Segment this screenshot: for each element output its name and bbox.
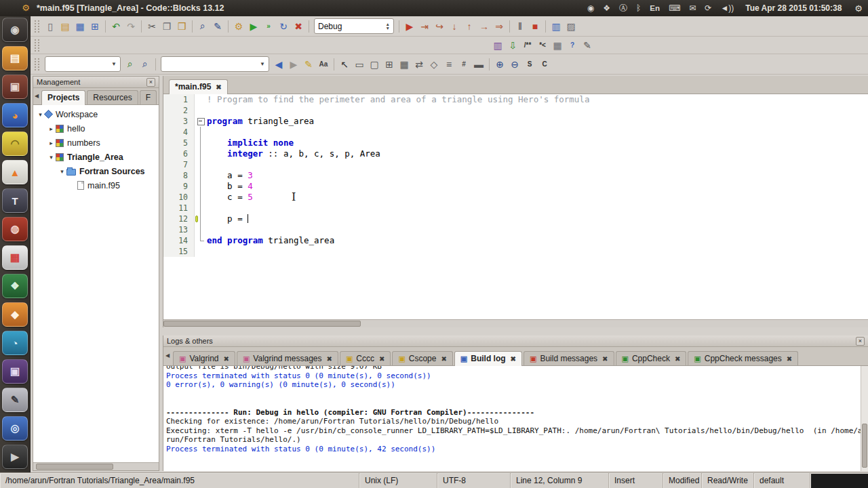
combo-spin-icon[interactable]: ▲▼ (386, 22, 390, 30)
find-icon[interactable]: ⌕ (195, 19, 210, 34)
code-line[interactable]: 7 (163, 159, 868, 170)
launcher-files-icon[interactable]: ▤ (2, 46, 28, 70)
editor-tab-main-f95[interactable]: *main.f95 ✖ (169, 79, 228, 94)
tab-close-icon[interactable]: ✖ (787, 355, 792, 363)
combo-dropdown-icon[interactable]: ▼ (111, 61, 117, 67)
code-text[interactable]: c = 5 (207, 192, 868, 203)
tree-expander-icon[interactable]: ▾ (47, 154, 56, 161)
open-file-icon[interactable]: ▤ (58, 19, 73, 34)
toolbar-grip[interactable] (35, 58, 39, 70)
doxyblocks-help-icon[interactable]: ? (565, 38, 580, 53)
sync-icon[interactable]: ⟳ (705, 3, 711, 13)
screenshot-icon[interactable]: ◉ (587, 3, 594, 13)
launcher-app-icon-9[interactable]: ▦ (2, 245, 28, 270)
code-line[interactable]: 2 (163, 105, 868, 116)
search-prev-icon[interactable]: ◀ (271, 57, 286, 72)
launcher-app-icon-3[interactable]: ▣ (2, 75, 28, 99)
next-instruction-icon[interactable]: → (477, 19, 492, 34)
logs-close-button[interactable]: × (856, 337, 865, 346)
redo-icon[interactable]: ↷ (123, 19, 138, 34)
tab-close-icon[interactable]: ✖ (675, 355, 680, 363)
shape-rounded-tool-icon[interactable]: ▢ (367, 57, 382, 72)
logs-tab-build-messages[interactable]: ▣Build messages✖ (524, 351, 614, 365)
tree-expander-icon[interactable]: ▸ (47, 140, 56, 146)
code-line[interactable]: 10 c = 5 (163, 192, 868, 203)
code-text[interactable]: end program triangle_area (207, 235, 868, 246)
shape-hash-tool-icon[interactable]: # (456, 57, 471, 72)
abort-build-icon[interactable]: ✖ (291, 19, 306, 34)
launcher-vlc-icon[interactable]: ▲ (2, 160, 28, 184)
toolbar-grip[interactable] (35, 39, 39, 52)
code-line[interactable]: 4 (163, 127, 868, 138)
doxyblocks-extract-icon[interactable]: ⇩ (505, 38, 520, 53)
doxyblocks-block-comment-icon[interactable]: /** (520, 38, 535, 53)
tab-scroll-left-icon[interactable]: ◀ (35, 93, 39, 99)
session-gear-icon[interactable]: ⚙ (854, 3, 863, 14)
goto-declaration-icon[interactable]: ⌕ (123, 57, 138, 72)
code-line[interactable]: 12 p = (163, 214, 868, 224)
tab-close-icon[interactable]: ✖ (224, 355, 229, 363)
shape-arrows-tool-icon[interactable]: ⇄ (412, 57, 427, 72)
doxyblocks-table-icon[interactable]: ▦ (550, 38, 565, 53)
new-file-icon[interactable]: ▯ (43, 19, 58, 34)
combo-dropdown-icon[interactable]: ▼ (260, 61, 265, 67)
tab-close-icon[interactable]: ✖ (379, 355, 384, 363)
code-line[interactable]: 1! Program to find the perimeter and are… (163, 94, 868, 105)
launcher-firefox-icon[interactable]: ◕ (2, 103, 28, 127)
code-line[interactable]: 15 (163, 246, 868, 257)
tab-close-icon[interactable]: ✖ (511, 355, 516, 363)
code-text[interactable]: b = 4 (207, 181, 868, 192)
launcher-app-icon-5[interactable]: ◠ (2, 131, 28, 156)
tab-close-icon[interactable]: ✖ (327, 355, 332, 363)
tree-item-main-f95[interactable]: main.f95 (33, 178, 159, 192)
logs-tab-valgrind[interactable]: ▣Valgrind✖ (173, 351, 235, 365)
shape-grid-tool-icon[interactable]: ⊞ (382, 57, 397, 72)
logs-tab-valgrind-messages[interactable]: ▣Valgrind messages✖ (237, 351, 338, 365)
tab-close-icon[interactable]: ✖ (602, 355, 608, 363)
launcher-app-icon-15[interactable]: ◎ (2, 416, 28, 441)
logs-tab-cccc[interactable]: ▣Cccc✖ (340, 351, 391, 365)
management-tab-resources[interactable]: Resources (87, 90, 138, 104)
launcher-app-icon-13[interactable]: ▣ (2, 359, 28, 384)
launcher-blender-icon[interactable]: ◆ (2, 302, 28, 327)
tree-item-triangle-area[interactable]: ▾Triangle_Area (33, 150, 159, 164)
code-line[interactable]: 14end program triangle_area (163, 235, 868, 246)
debugging-windows-icon[interactable]: ▥ (549, 19, 564, 34)
doxyblocks-edit-icon[interactable]: ✎ (580, 38, 595, 53)
editor-hscroll-thumb[interactable] (163, 321, 361, 327)
code-line[interactable]: 6 integer :: a, b, c, s, p, Area (163, 148, 868, 159)
code-text[interactable] (207, 127, 868, 138)
launcher-app-icon-14[interactable]: ✎ (2, 388, 28, 412)
management-tab-f[interactable]: F (140, 90, 157, 104)
launcher-app-icon-10[interactable]: ❖ (2, 274, 28, 298)
run-icon[interactable]: ▶ (246, 19, 261, 34)
launcher-app-icon-12[interactable]: ◔ (2, 331, 28, 355)
save-file-icon[interactable]: ▦ (73, 19, 87, 34)
logs-tab-build-log[interactable]: ▣Build log✖ (454, 351, 522, 366)
code-completion-scope-combo[interactable]: ▼ (45, 56, 121, 72)
shape-cells-tool-icon[interactable]: ▦ (397, 57, 412, 72)
launcher-app-icon-8[interactable]: ◍ (2, 217, 28, 241)
code-line[interactable]: 11 (163, 203, 868, 214)
step-into-instruction-icon[interactable]: ⇒ (492, 19, 507, 34)
tree-item-fortran-sources[interactable]: ▾Fortran Sources (33, 164, 159, 178)
tab-close-icon[interactable]: ✖ (441, 355, 446, 363)
code-line[interactable]: 5 implicit none (163, 138, 868, 148)
cut-icon[interactable]: ✂ (144, 19, 159, 34)
step-into-icon[interactable]: ↓ (447, 19, 462, 34)
build-target-combo[interactable]: Debug▲▼ (314, 18, 394, 34)
step-out-icon[interactable]: ↑ (462, 19, 477, 34)
select-tool-icon[interactable]: ↖ (337, 57, 352, 72)
editor-hscrollbar[interactable] (163, 319, 868, 327)
code-text[interactable] (207, 203, 868, 214)
match-case-icon[interactable]: Aa (316, 57, 331, 72)
management-hscrollbar[interactable] (33, 462, 159, 470)
highlight-matches-icon[interactable]: ✎ (301, 57, 316, 72)
tree-item-hello[interactable]: ▸hello (33, 121, 159, 136)
management-hscroll-thumb[interactable] (36, 464, 114, 470)
doxyblocks-book-icon[interactable]: ▥ (490, 38, 505, 53)
debug-continue-icon[interactable]: ▶ (402, 19, 417, 34)
copy-icon[interactable]: ❐ (159, 19, 174, 34)
launcher-tex-icon[interactable]: T (2, 188, 28, 213)
code-line[interactable]: 9 b = 4 (163, 181, 868, 192)
